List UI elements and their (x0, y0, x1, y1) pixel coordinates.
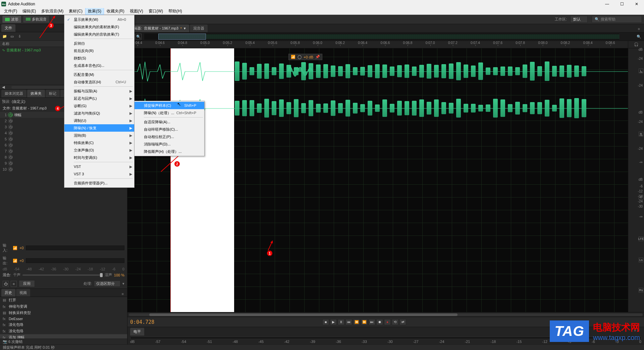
mode-waveform-button[interactable]: 波形 (2, 15, 21, 23)
history-item[interactable]: fx伸缩与变调 (0, 303, 127, 310)
history-item[interactable]: fx添加 增幅 (0, 334, 127, 339)
menu-item-8[interactable]: 帮助(H) (166, 8, 185, 15)
submenu-item[interactable]: 自动相位校正(P)... (135, 133, 204, 140)
effect-power-icon[interactable]: ⏻ (8, 149, 13, 154)
process-scope-dropdown[interactable]: 仅选区部分 (94, 280, 120, 287)
transport-button-8[interactable]: ● (384, 319, 391, 325)
effects-tab-2[interactable]: 标记 (46, 90, 60, 97)
menu-item-1[interactable]: 编辑(E) (20, 8, 39, 15)
menu-item-6[interactable]: 视图(V) (127, 8, 146, 15)
menu-item[interactable]: 混响(B)▶ (64, 132, 134, 139)
history-item[interactable]: fx淡化包络 (0, 321, 127, 328)
open-file-icon[interactable]: 📁 (2, 34, 7, 39)
channel-badge-C[interactable]: C (639, 195, 643, 200)
tab-levels[interactable]: 电平 (130, 328, 144, 336)
selection-region[interactable] (170, 48, 234, 312)
menu-item[interactable]: ✓显示效果夹(W)Alt+0 (64, 16, 134, 23)
effect-power-icon[interactable]: ⏻ (8, 137, 13, 141)
effect-power-icon[interactable]: ⏻ (8, 167, 13, 172)
channel-badge-Ls[interactable]: Ls (639, 258, 643, 262)
history-tab-0[interactable]: 历史 (1, 289, 15, 297)
transport-button-1[interactable]: ▶ (330, 319, 337, 325)
gain-hud[interactable]: 📶 ◯ +0 dB 📌 (288, 54, 322, 60)
menu-item[interactable]: 立体声像(O)▶ (64, 146, 134, 154)
submenu-item[interactable]: 降低嘶声(H)（处理）... (135, 148, 204, 155)
effect-power-icon[interactable]: ⏻ (8, 143, 13, 147)
channel-badge-R[interactable]: R (639, 132, 643, 136)
menu-item-2[interactable]: 多轨混音(M) (39, 8, 66, 15)
menu-item[interactable]: 自动修复选区(H)Ctrl+U (64, 78, 134, 86)
submenu-item[interactable]: 捕捉噪声样本(C)Shift+P (135, 102, 204, 109)
transport-button-9[interactable]: ⟲ (392, 319, 398, 325)
transport-button-6[interactable]: ⏭ (369, 319, 375, 325)
apply-button[interactable]: 应用 (19, 280, 35, 287)
history-item[interactable]: ▤打开 (0, 297, 127, 303)
tab-mixer[interactable]: 混音器 (190, 25, 208, 32)
transport-button-7[interactable]: ⏺ (376, 319, 383, 325)
effect-power-icon[interactable]: ⏻ (8, 125, 13, 129)
playhead[interactable] (170, 48, 171, 312)
preset-value[interactable]: (自定义) (12, 99, 25, 104)
new-file-icon[interactable]: ▭ (9, 34, 15, 39)
tab-dropdown-icon[interactable]: ▾ (184, 26, 186, 31)
import-icon[interactable]: ⇩ (17, 34, 22, 39)
channel-badge-L[interactable]: L (639, 69, 643, 73)
menu-item[interactable]: 反转(I) (64, 40, 134, 47)
input-gain-value[interactable]: +0 (19, 246, 24, 250)
transport-button-2[interactable]: ⏸ (338, 319, 344, 325)
power-toggle-icon[interactable]: ⏻ (3, 281, 9, 287)
effect-power-icon[interactable]: ⏻ (8, 155, 13, 160)
history-item[interactable]: fx淡化包络 (0, 328, 127, 334)
menu-item[interactable]: VST 3▶ (64, 170, 134, 178)
menu-item[interactable]: 特殊效果(C)▶ (64, 139, 134, 146)
submenu-item[interactable]: 自动咔嗒声移除(C)... (135, 126, 204, 133)
menu-item[interactable]: VST▶ (64, 163, 134, 170)
menu-item[interactable]: 振幅与压限(A)▶ (64, 87, 134, 95)
effect-power-icon[interactable]: ⏻ (8, 131, 13, 135)
submenu-item[interactable]: 降噪(N)（处理）...Ctrl+Shift+P (135, 109, 204, 117)
menu-item[interactable]: 生成基本音色(G)... (64, 62, 134, 69)
transport-button-5[interactable]: ⏩ (361, 319, 368, 325)
history-item[interactable]: fxDeEsser (0, 316, 127, 321)
history-item[interactable]: ▤转换采样类型 (0, 310, 127, 316)
timeline-headphone-icon[interactable]: 🎧 (628, 41, 644, 48)
overview-viewport[interactable] (158, 34, 206, 40)
menu-item[interactable]: 诊断(G)▶ (64, 102, 134, 110)
menu-item[interactable]: 时间与变调(E)▶ (64, 154, 134, 161)
overview-waveform[interactable] (144, 34, 619, 40)
window-minimize-button[interactable]: — (600, 0, 614, 8)
search-help-input[interactable]: 🔍 搜索帮助 (592, 16, 642, 23)
effect-power-icon[interactable]: ⏻ (8, 113, 13, 117)
zoom-fit-icon[interactable]: 🔍 (635, 35, 643, 39)
effect-power-icon[interactable]: ⏻ (8, 161, 13, 166)
workspace-dropdown[interactable]: 默认 (570, 16, 588, 23)
transport-button-10[interactable]: ⇄ (399, 319, 406, 325)
menu-item[interactable]: 滤波与均衡(EQ)▶ (64, 110, 134, 117)
menu-item[interactable]: 音频插件管理器(P)... (64, 179, 134, 187)
effects-tab-0[interactable]: 媒体浏览器 (1, 90, 26, 97)
menu-item[interactable]: 编辑效果夹内的素材效果(F) (64, 23, 134, 31)
history-tab-1[interactable]: 视频 (16, 289, 30, 297)
overview-zoom-icon[interactable]: 🔍 (136, 34, 142, 40)
hud-pin-icon[interactable]: 📌 (315, 55, 320, 59)
menu-item-7[interactable]: 窗口(W) (146, 8, 166, 15)
output-gain-value[interactable]: +0 (19, 259, 24, 263)
transport-button-0[interactable]: ■ (322, 319, 329, 325)
menu-item[interactable]: 调制(U)▶ (64, 117, 134, 124)
transport-button-3[interactable]: ⏮ (345, 319, 352, 325)
effects-tab-1[interactable]: 效果夹 (27, 90, 45, 97)
effect-power-icon[interactable]: ⏻ (8, 119, 13, 123)
transport-button-4[interactable]: ⏪ (353, 319, 360, 325)
menu-item-3[interactable]: 素材(C) (66, 8, 85, 15)
mix-slider[interactable] (22, 274, 103, 276)
bypass-toggle-icon[interactable]: ≡ (11, 281, 17, 287)
timeline-ruler[interactable]: 0:04.40:04.60:04.80:05.00:05.20:05.40:05… (127, 41, 644, 48)
submenu-item[interactable]: 消除嗡嗡声(D)... (135, 140, 204, 148)
snapshot-icon[interactable]: 📷 (3, 340, 7, 344)
window-close-button[interactable]: ✕ (629, 0, 644, 8)
mode-multitrack-button[interactable]: 多轨混音 (23, 15, 50, 23)
channel-badge-Rs[interactable]: Rs (639, 288, 643, 293)
menu-item[interactable]: 降噪(N) / 恢复▶ (64, 124, 134, 132)
menu-item-4[interactable]: 效果(S) (85, 8, 104, 15)
editor-h-scrollbar[interactable] (129, 313, 643, 316)
